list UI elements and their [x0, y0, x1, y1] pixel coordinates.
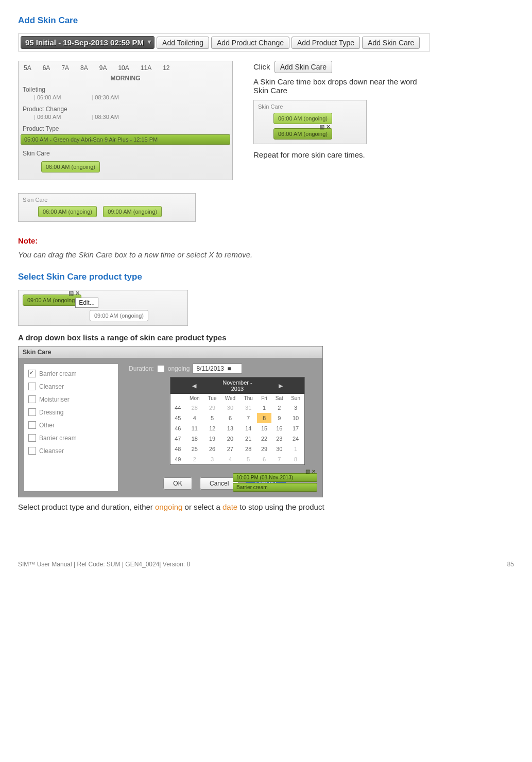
- behind-chip-text: Barrier cream: [233, 483, 317, 492]
- calendar[interactable]: ◀ November - 2013 ▶ Mon Tue Wed Thu Fri …: [170, 377, 305, 465]
- skin-care-chip[interactable]: 06:00 AM (ongoing): [273, 113, 332, 124]
- chip-text: 06:00 AM (ongoing): [278, 131, 328, 137]
- skin-care-double-panel: Skin Care 06:00 AM (ongoing) 09:00 AM (o…: [18, 193, 196, 222]
- chip-text: 09:00 AM (ongoing): [27, 297, 77, 303]
- option-label: Other: [39, 422, 55, 429]
- edit-menu-item[interactable]: Edit...: [75, 298, 98, 308]
- add-skin-care-button-inline[interactable]: Add Skin Care: [274, 61, 332, 73]
- checkbox[interactable]: [28, 434, 36, 442]
- col: 11A: [141, 64, 151, 72]
- day-head: Fri: [257, 394, 272, 403]
- product-type-list[interactable]: Barrier cream Cleanser Moisturiser Dress…: [24, 363, 118, 492]
- day-head: Tue: [204, 394, 220, 403]
- chip-edit-close-icons[interactable]: ▧ ✕: [319, 124, 331, 130]
- product-change-label: Product Change: [19, 105, 232, 114]
- checkbox[interactable]: [28, 370, 36, 377]
- prev-month-icon[interactable]: ◀: [173, 383, 216, 389]
- col: 12: [163, 64, 169, 72]
- mini-label: Skin Care: [256, 102, 364, 111]
- skin-care-chip[interactable]: 09:00 AM (ongoing): [103, 206, 162, 217]
- chip-icons[interactable]: ▧ ✕: [305, 469, 316, 474]
- add-product-change-button[interactable]: Add Product Change: [211, 37, 289, 49]
- ongoing-label: ongoing: [168, 365, 190, 372]
- ongoing-checkbox[interactable]: [157, 365, 165, 373]
- subsection-text: A drop down box lists a range of skin ca…: [18, 333, 514, 342]
- option-label: Barrier cream: [39, 435, 77, 442]
- day-head: Thu: [240, 394, 257, 403]
- add-toileting-button[interactable]: Add Toileting: [157, 37, 209, 49]
- checkbox[interactable]: [28, 447, 36, 455]
- section-title: Add Skin Care: [18, 15, 514, 26]
- checkbox[interactable]: [28, 383, 36, 390]
- behind-chip-text: 10:00 PM (08-Nov-2013): [236, 475, 293, 480]
- col: 5A: [24, 64, 31, 72]
- time-marker: 06:00 AM: [34, 94, 61, 100]
- col: 9A: [99, 64, 107, 72]
- footer-page-number: 85: [507, 561, 514, 568]
- time-marker: 06:00 AM: [34, 114, 61, 120]
- duration-label: Duration:: [129, 365, 154, 372]
- closing-text: Select product type and duration, either…: [18, 503, 514, 511]
- morning-label: MORNING: [19, 75, 232, 85]
- checkbox[interactable]: [28, 421, 36, 429]
- skin-care-mini-panel: Skin Care 06:00 AM (ongoing) ▧ ✕ 06:00 A…: [253, 100, 367, 144]
- col: 10A: [118, 64, 129, 72]
- highlight-date: date: [222, 503, 237, 511]
- skin-care-chip[interactable]: 06:00 AM (ongoing): [38, 206, 97, 217]
- time-marker: 08:30 AM: [92, 114, 118, 120]
- behind-chip-group: ▧ ✕ 10:00 PM (08-Nov-2013) Barrier cream: [233, 472, 317, 492]
- col: 6A: [43, 64, 50, 72]
- option-label: Cleanser: [39, 447, 64, 455]
- tooltip-chip: 09:00 AM (ongoing): [90, 310, 148, 321]
- page-footer: SIM™ User Manual | Ref Code: SUM | GEN4_…: [18, 558, 514, 568]
- date-input[interactable]: 8/11/2013 ■: [193, 363, 242, 374]
- instruction-text: A Skin Care time box drops down near the…: [253, 77, 428, 95]
- option-label: Dressing: [39, 409, 63, 416]
- skin-care-dialog: Skin Care Barrier cream Cleanser Moistur…: [18, 346, 323, 497]
- instruction-text: Repeat for more skin care times.: [253, 150, 514, 159]
- checkbox[interactable]: [28, 395, 36, 403]
- time-marker: 08:30 AM: [92, 94, 118, 100]
- toileting-label: Toileting: [19, 85, 232, 94]
- next-month-icon[interactable]: ▶: [259, 383, 302, 389]
- product-type-label: Product Type: [19, 124, 232, 133]
- highlight-ongoing: ongoing: [155, 503, 182, 511]
- ok-button[interactable]: OK: [163, 477, 192, 490]
- option-label: Moisturiser: [39, 396, 70, 403]
- day-head: Mon: [185, 394, 204, 403]
- col: 8A: [80, 64, 88, 72]
- click-label: Click: [253, 62, 270, 71]
- col: 7A: [61, 64, 69, 72]
- edit-chip-panel: ▧ ✕ 09:00 AM (ongoing) Edit... 09:00 AM …: [18, 290, 188, 326]
- skin-care-label: Skin Care: [19, 149, 232, 158]
- note-label: Note:: [18, 236, 514, 245]
- calendar-title: November - 2013: [216, 379, 259, 392]
- panel-label: Skin Care: [21, 196, 193, 204]
- instruction-column: Click Add Skin Care A Skin Care time box…: [253, 61, 514, 180]
- day-head: Sat: [271, 394, 287, 403]
- option-label: Barrier cream: [39, 370, 77, 377]
- day-head: Wed: [220, 394, 239, 403]
- skin-care-chip-edit[interactable]: ▧ ✕ 09:00 AM (ongoing): [23, 295, 81, 306]
- day-head: Sun: [287, 394, 304, 403]
- note-text: You can drag the Skin Care box to a new …: [18, 250, 514, 259]
- skin-care-chip[interactable]: 06:00 AM (ongoing): [41, 161, 100, 172]
- schedule-columns: 5A 6A 7A 8A 9A 10A 11A 12: [19, 61, 232, 75]
- records-dropdown[interactable]: 95 Initial - 19-Sep-2013 02:59 PM: [21, 36, 155, 49]
- section-title: Select Skin Care product type: [18, 272, 514, 282]
- add-skin-care-button[interactable]: Add Skin Care: [362, 37, 420, 49]
- product-type-bar[interactable]: 05:00 AM - Green day Abri-San 9 Air Plus…: [21, 134, 230, 145]
- add-product-type-button[interactable]: Add Product Type: [291, 37, 360, 49]
- skin-care-chip-selected[interactable]: ▧ ✕ 06:00 AM (ongoing): [273, 128, 332, 140]
- chip-edit-close-icons[interactable]: ▧ ✕: [68, 290, 80, 297]
- toolbar: 95 Initial - 19-Sep-2013 02:59 PM Add To…: [18, 33, 430, 51]
- footer-left: SIM™ User Manual | Ref Code: SUM | GEN4_…: [18, 561, 190, 568]
- schedule-panel: 5A 6A 7A 8A 9A 10A 11A 12 MORNING Toilet…: [18, 61, 233, 180]
- checkbox[interactable]: [28, 408, 36, 416]
- dialog-title: Skin Care: [19, 347, 322, 358]
- option-label: Cleanser: [39, 383, 64, 390]
